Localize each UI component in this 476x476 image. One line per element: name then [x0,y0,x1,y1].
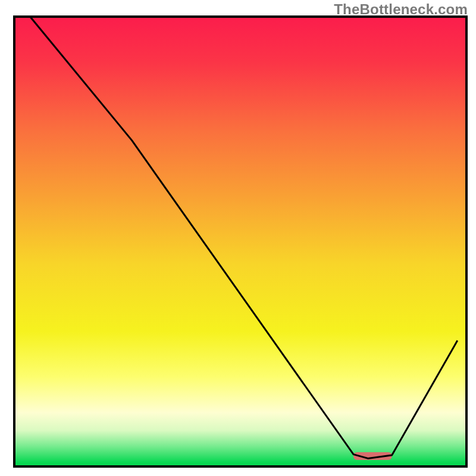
plot-background [14,17,466,466]
chart-container: TheBottleneck.com [0,0,476,476]
bottleneck-chart [0,0,476,476]
watermark-text: TheBottleneck.com [334,1,468,18]
plot-area [14,17,466,466]
